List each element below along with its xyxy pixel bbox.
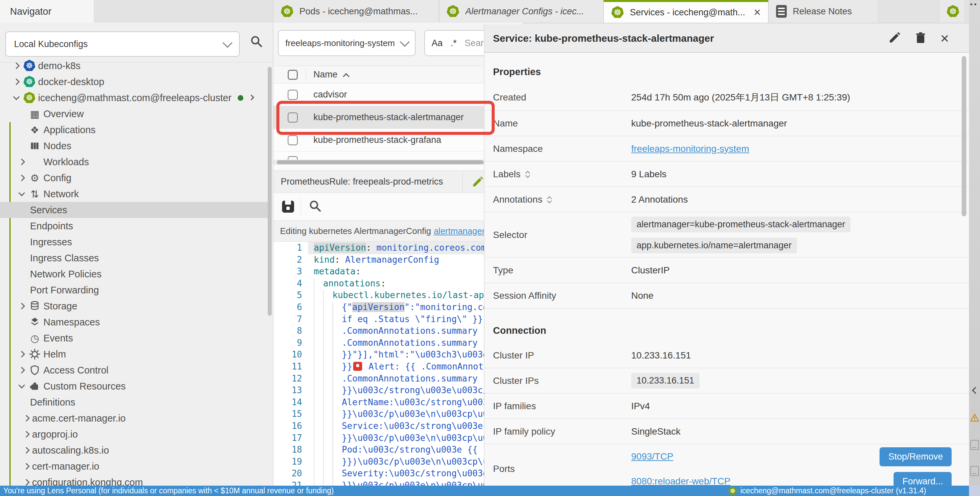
close-icon[interactable]: × xyxy=(940,31,949,46)
sidebar-item-label: Port Forwarding xyxy=(30,285,99,296)
chevron-right-icon[interactable] xyxy=(17,173,26,183)
chevron-right-icon[interactable] xyxy=(17,301,26,311)
row-name: kube-prometheus-stack-grafana xyxy=(313,135,441,145)
alertmanager-config-link[interactable]: alertmanager xyxy=(434,226,485,236)
sidebar-item-docker-desktop[interactable]: ☸docker-desktop xyxy=(0,74,269,90)
sidebar-item-port-forwarding[interactable]: Port Forwarding xyxy=(0,282,269,298)
sidebar-item-definitions[interactable]: Definitions xyxy=(0,394,269,410)
chevron-right-icon[interactable] xyxy=(11,77,21,86)
editing-label: Editing kubernetes AlertmanagerConfig xyxy=(280,226,431,236)
sidebar-item-ingresses[interactable]: Ingresses xyxy=(0,234,269,250)
chevron-right-icon[interactable] xyxy=(21,413,31,423)
chevron-spacer xyxy=(17,334,26,343)
detail-row-ports: Ports9093/TCPStop/Remove8080:reloader-we… xyxy=(484,444,969,486)
detail-row-session-affinity: Session AffinityNone xyxy=(484,283,969,309)
port-link[interactable]: 8080:reloader-web/TCP xyxy=(631,476,730,486)
tab-release-notes[interactable]: Release Notes xyxy=(768,0,878,23)
detail-value: None xyxy=(631,290,654,301)
sidebar-item-argoproj-io[interactable]: argoproj.io xyxy=(0,426,269,442)
tab-pods-icecheng-mathmas[interactable]: ☸Pods - icecheng@mathmas... xyxy=(273,0,439,23)
detail-panel-header: Service: kube-prometheus-stack-alertmana… xyxy=(484,24,969,53)
sidebar-item-acme-cert-manager-io[interactable]: acme.cert-manager.io xyxy=(0,410,269,426)
chevron-right-icon[interactable] xyxy=(21,462,31,471)
namespace-selector[interactable]: freeleaps-monitoring-system xyxy=(278,30,415,56)
detail-label: Name xyxy=(493,118,631,129)
code-line: metadata: xyxy=(314,266,361,277)
match-case-toggle[interactable]: Aa xyxy=(431,38,442,48)
delete-icon[interactable] xyxy=(914,31,927,45)
tab-services-icecheng-math[interactable]: ☸Services - icecheng@math...× xyxy=(603,0,768,23)
chevron-left-icon[interactable] xyxy=(971,387,978,394)
sort-toggle-icon[interactable] xyxy=(526,171,530,177)
edit-icon[interactable] xyxy=(888,31,901,45)
editor-search-icon[interactable] xyxy=(309,199,322,214)
select-all-checkbox[interactable] xyxy=(288,70,298,80)
sidebar-item-label: Workloads xyxy=(43,157,89,168)
tab-partial[interactable]: ☸ xyxy=(939,0,965,23)
code-token: : xyxy=(355,266,361,277)
chevron-right-icon[interactable] xyxy=(21,429,31,439)
sidebar-item-namespaces[interactable]: Namespaces xyxy=(0,314,269,330)
forward-button[interactable]: Forward... xyxy=(894,472,951,486)
sidebar-item-workloads[interactable]: Workloads xyxy=(0,154,269,170)
detail-label: Type xyxy=(493,265,631,276)
sidebar-item-services[interactable]: Services xyxy=(0,202,269,218)
chevron-right-icon[interactable] xyxy=(21,445,31,455)
code-token: Alert: {{ .CommonAnnotati xyxy=(363,361,499,372)
code-line: .CommonAnnotations.summary }} xyxy=(342,338,493,348)
row-checkbox[interactable] xyxy=(288,135,298,145)
warning-triangle-icon[interactable] xyxy=(970,413,980,424)
stop-remove-button[interactable]: Stop/Remove xyxy=(880,447,951,466)
detail-label: Created xyxy=(493,92,631,103)
sidebar-item-icecheng-mathmast-com-freeleaps-cluster[interactable]: ☸icecheng@mathmast.com@freeleaps-cluster xyxy=(0,90,269,106)
sidebar-item-network[interactable]: ⇅Network xyxy=(0,186,269,202)
chevron-down-icon[interactable] xyxy=(17,382,26,391)
save-icon[interactable] xyxy=(282,200,294,213)
sidebar-item-custom-resources[interactable]: Custom Resources xyxy=(0,378,269,394)
sidebar-item-autoscaling-k8s-io[interactable]: autoscaling.k8s.io xyxy=(0,442,269,458)
chevron-right-icon[interactable] xyxy=(248,94,255,101)
detail-scrollbar[interactable] xyxy=(962,56,966,216)
sidebar-item-storage[interactable]: Storage xyxy=(0,298,269,314)
sidebar-search-icon[interactable] xyxy=(250,35,263,49)
sidebar-item-events[interactable]: ◷Events xyxy=(0,330,269,346)
sidebar-scrollbar[interactable] xyxy=(268,67,272,316)
panel-button[interactable] xyxy=(970,466,979,476)
sort-toggle-icon[interactable] xyxy=(548,196,552,203)
lens-app-window: Navigator ☸Pods - icecheng@mathmas...☸Al… xyxy=(0,0,980,496)
sidebar-item-helm[interactable]: Helm xyxy=(0,346,269,362)
sidebar-item-overview[interactable]: ▦Overview xyxy=(0,106,269,122)
row-checkbox[interactable] xyxy=(288,90,298,100)
close-tab-icon[interactable]: × xyxy=(754,6,761,18)
chevron-down-icon[interactable] xyxy=(11,93,21,102)
pill-list: alertmanager=kube-prometheus-stack-alert… xyxy=(631,217,851,253)
column-header-name[interactable]: Name xyxy=(313,70,337,80)
sidebar-item-demo-k8s[interactable]: ☸demo-k8s xyxy=(0,58,269,74)
sidebar-item-applications[interactable]: ❖Applications xyxy=(0,122,269,138)
sort-asc-icon[interactable] xyxy=(343,72,350,78)
sidebar-item-ingress-classes[interactable]: Ingress Classes xyxy=(0,250,269,266)
sidebar-item-access-control[interactable]: Access Control xyxy=(0,362,269,378)
chevron-right-icon[interactable] xyxy=(11,61,21,70)
sidebar-item-config[interactable]: ⚙Config xyxy=(0,170,269,186)
kubeconfig-selector[interactable]: Local Kubeconfigs xyxy=(5,31,240,57)
chevron-right-icon[interactable] xyxy=(17,366,26,375)
edit-icon[interactable] xyxy=(472,176,484,190)
code-token: {" xyxy=(342,302,352,312)
navigator-label: Navigator xyxy=(10,6,51,17)
overflow-dots-icon xyxy=(970,3,976,5)
sidebar-item-nodes[interactable]: Nodes xyxy=(0,138,269,154)
chevron-down-icon[interactable] xyxy=(17,189,26,199)
panel-button[interactable] xyxy=(970,440,979,450)
tab-alertmanager-configs-icec[interactable]: ☸Alertmanager Configs - icec... xyxy=(439,0,603,23)
sidebar-item-network-policies[interactable]: Network Policies xyxy=(0,266,269,282)
chevron-right-icon[interactable] xyxy=(17,157,26,167)
sidebar-item-cert-manager-io[interactable]: cert-manager.io xyxy=(0,458,269,474)
chevron-right-icon[interactable] xyxy=(17,350,26,359)
detail-label-text: Ports xyxy=(493,464,515,474)
sidebar-item-endpoints[interactable]: Endpoints xyxy=(0,218,269,234)
namespace-link[interactable]: freeleaps-monitoring-system xyxy=(631,143,749,154)
port-link[interactable]: 9093/TCP xyxy=(631,451,673,462)
namespace-selector-value: freeleaps-monitoring-system xyxy=(285,38,395,48)
regex-toggle[interactable]: .* xyxy=(450,38,457,48)
